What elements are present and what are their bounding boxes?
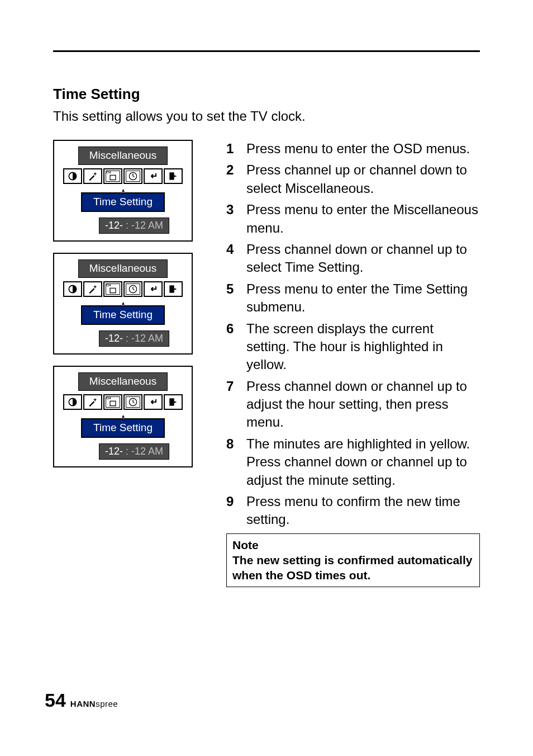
figures-column: Miscellaneous CH L ▴ Time Setting -12- :…	[53, 140, 204, 479]
osd-figure-3: Miscellaneous CH ▴ Time Setting -12- : -…	[53, 366, 193, 467]
ch-icon: CH	[103, 394, 122, 410]
osd-icon-row: CH L	[60, 168, 186, 184]
exit-icon	[164, 394, 183, 410]
magic-icon	[83, 281, 102, 297]
steps-column: Press menu to enter the OSD menus. Press…	[226, 140, 480, 587]
step-item: The minutes are highlighted in yellow. P…	[226, 435, 480, 489]
svg-rect-6	[110, 288, 116, 292]
section-heading: Time Setting	[53, 86, 480, 103]
clock-icon: L	[123, 168, 142, 184]
osd-value-row: -12- : -12 AM	[60, 443, 186, 460]
osd-submenu: Time Setting	[81, 192, 165, 212]
contrast-icon	[63, 168, 82, 184]
section-intro: This setting allows you to set the TV cl…	[53, 108, 480, 124]
magic-icon	[83, 394, 102, 410]
osd-value: -12- : -12 AM	[99, 443, 169, 460]
return-icon	[144, 281, 163, 297]
steps-list: Press menu to enter the OSD menus. Press…	[226, 140, 480, 529]
osd-title: Miscellaneous	[78, 147, 168, 165]
note-box: Note The new setting is confirmed automa…	[226, 533, 480, 587]
osd-icon-row: CH	[60, 281, 186, 297]
svg-rect-10	[110, 401, 116, 405]
note-title: Note	[232, 537, 474, 552]
page-footer: 54 HANNspree	[45, 689, 118, 711]
step-item: Press menu to enter the OSD menus.	[226, 140, 480, 158]
brand-logo: HANNspree	[70, 699, 118, 708]
step-item: Press channel down or channel up to adju…	[226, 377, 480, 432]
caret-icon: ▴	[60, 414, 186, 418]
svg-rect-4	[169, 172, 174, 179]
svg-rect-8	[169, 285, 174, 292]
exit-icon	[164, 281, 183, 297]
osd-submenu: Time Setting	[81, 418, 165, 438]
svg-rect-1	[110, 175, 116, 179]
clock-icon	[123, 281, 142, 297]
osd-submenu: Time Setting	[81, 305, 165, 325]
svg-text:L: L	[132, 173, 134, 176]
caret-icon: ▴	[60, 188, 186, 192]
return-icon	[144, 168, 163, 184]
step-item: Press channel down or channel up to sele…	[226, 240, 480, 277]
svg-rect-12	[169, 398, 174, 405]
step-item: The screen displays the current setting.…	[226, 320, 480, 374]
step-item: Press menu to enter the Miscellaneous me…	[226, 201, 480, 237]
step-item: Press menu to enter the Time Setting sub…	[226, 280, 480, 316]
contrast-icon	[63, 394, 82, 410]
return-icon	[144, 394, 163, 410]
osd-title: Miscellaneous	[78, 259, 168, 278]
step-item: Press menu to confirm the new time setti…	[226, 493, 480, 529]
magic-icon	[83, 168, 102, 184]
exit-icon	[164, 168, 183, 184]
contrast-icon	[63, 281, 82, 297]
note-body: The new setting is confirmed automatical…	[232, 552, 474, 583]
osd-figure-1: Miscellaneous CH L ▴ Time Setting -12- :…	[53, 140, 193, 242]
step-item: Press channel up or channel down to sele…	[226, 161, 480, 197]
clock-icon	[123, 394, 142, 410]
ch-icon: CH	[103, 281, 122, 297]
osd-value: -12- : -12 AM	[99, 330, 169, 347]
osd-value-row: -12- : -12 AM	[60, 330, 186, 347]
osd-value-row: -12- : -12 AM	[60, 218, 186, 234]
osd-icon-row: CH	[60, 394, 186, 410]
content-row: Miscellaneous CH L ▴ Time Setting -12- :…	[53, 140, 480, 587]
ch-icon: CH	[103, 168, 122, 184]
osd-value: -12- : -12 AM	[99, 218, 169, 234]
top-rule	[53, 50, 480, 52]
caret-icon: ▴	[60, 301, 186, 305]
page-number: 54	[45, 689, 66, 711]
osd-figure-2: Miscellaneous CH ▴ Time Setting -12- : -…	[53, 253, 193, 355]
osd-title: Miscellaneous	[78, 372, 168, 391]
